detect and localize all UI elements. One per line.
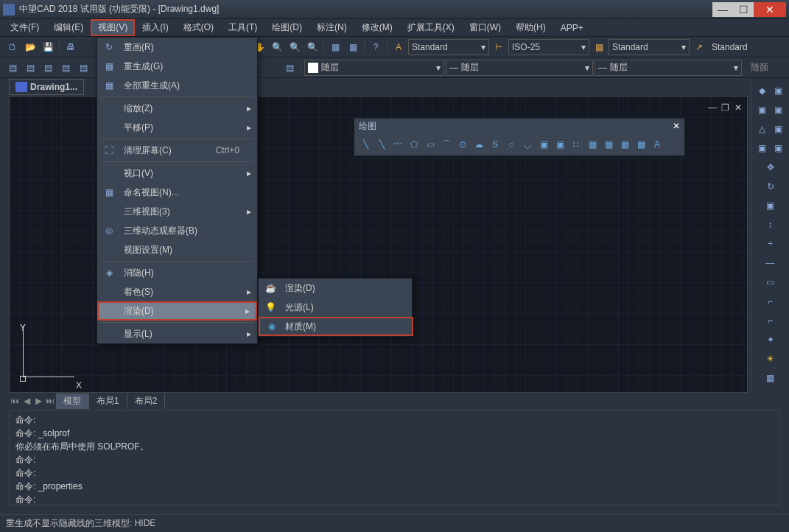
tool-5-icon[interactable]: △ (755, 122, 770, 136)
menu-pan[interactable]: 平移(P)▸ (97, 118, 257, 137)
menu-regenall[interactable]: ▦全部重生成(A) (97, 76, 257, 95)
tool-rotate-icon[interactable]: ↻ (763, 179, 778, 194)
menu-modify[interactable]: 修改(M) (354, 19, 400, 36)
hatch-icon[interactable]: ▦ (586, 138, 599, 151)
menu-format[interactable]: 格式(O) (176, 19, 221, 36)
spline-icon[interactable]: S (488, 138, 502, 151)
zoom-window-icon[interactable]: 🔍 (304, 39, 320, 55)
menu-tools[interactable]: 工具(T) (221, 19, 264, 36)
tool-fillet-icon[interactable]: ⌐ (763, 294, 778, 309)
color-combo[interactable]: 随层 ▾ (304, 60, 444, 76)
tool-move-icon[interactable]: ✥ (763, 160, 778, 175)
tool-4-icon[interactable]: ▣ (771, 102, 786, 117)
menu-help[interactable]: 帮助(H) (508, 19, 553, 36)
print-icon[interactable]: 🖶 (63, 39, 79, 55)
menu-viewset[interactable]: 视图设置(M) (97, 240, 257, 259)
minimize-button[interactable]: — (712, 2, 733, 17)
menu-viewport[interactable]: 视口(V)▸ (97, 164, 257, 183)
open-icon[interactable]: 📂 (22, 39, 38, 55)
doc-tab[interactable]: Drawing1... (9, 79, 84, 95)
design-center-icon[interactable]: ▦ (345, 39, 361, 55)
linetype-combo[interactable]: — 随层 ▾ (446, 60, 593, 76)
layer-icon[interactable]: ▤ (4, 60, 21, 76)
mdi-close-button[interactable]: ✕ (734, 102, 745, 113)
polyline-icon[interactable]: 〰 (391, 138, 404, 151)
dimstyle-icon[interactable]: ⊢ (491, 39, 507, 55)
help-icon[interactable]: ? (368, 39, 384, 55)
tablestyle-combo[interactable]: Standard ▾ (609, 39, 690, 55)
ellipse-arc-icon[interactable]: ◡ (521, 138, 534, 151)
tool-break-icon[interactable]: ▭ (763, 275, 778, 290)
float-panel-close-icon[interactable]: ✕ (673, 121, 680, 131)
save-icon[interactable]: 💾 (40, 39, 56, 55)
tool-6-icon[interactable]: ▣ (771, 122, 786, 136)
tool-shade-icon[interactable]: ▦ (763, 371, 778, 385)
menu-orbit3d[interactable]: ◎三维动态观察器(B) (97, 221, 257, 240)
layer-state-icon[interactable]: ▤ (281, 60, 298, 76)
polygon-icon[interactable]: ⬠ (407, 138, 421, 151)
dimstyle-combo[interactable]: ISO-25 ▾ (508, 39, 589, 55)
gradient-icon[interactable]: ▦ (602, 138, 615, 151)
region-icon[interactable]: ▦ (618, 138, 631, 151)
layer2-icon[interactable]: ▤ (22, 60, 38, 76)
layer4-icon[interactable]: ▤ (57, 60, 74, 76)
table-icon[interactable]: ▦ (634, 138, 648, 151)
menu-express[interactable]: 扩展工具(X) (400, 19, 462, 36)
mdi-minimize-button[interactable]: — (708, 102, 718, 113)
float-panel-header[interactable]: 绘图 ✕ (354, 119, 684, 133)
tool-explode-icon[interactable]: ✦ (763, 332, 778, 347)
tool-scale-icon[interactable]: ▣ (763, 198, 778, 213)
layout-first-icon[interactable]: ⏮ (9, 395, 21, 407)
layout-next-icon[interactable]: ▶ (32, 395, 44, 407)
rectangle-icon[interactable]: ▭ (424, 138, 437, 151)
layout-last-icon[interactable]: ⏭ (44, 395, 56, 407)
lineweight-combo[interactable]: — 随层 ▾ (595, 60, 742, 76)
insert-block-icon[interactable]: ▣ (537, 138, 550, 151)
zoom-icon[interactable]: 🔍 (269, 39, 285, 55)
tool-trim-icon[interactable]: ÷ (763, 237, 778, 251)
arc-icon[interactable]: ⌒ (440, 138, 453, 151)
command-panel[interactable]: 命令: 命令: _solprof 你必须在布局中使用 SOLPROF。 命令: … (9, 410, 780, 505)
menu-insert[interactable]: 插入(I) (135, 19, 175, 36)
properties-icon[interactable]: ▦ (327, 39, 343, 55)
menu-app[interactable]: APP+ (553, 19, 591, 36)
tab-layout2[interactable]: 布局2 (127, 393, 166, 409)
circle-icon[interactable]: ⊙ (456, 138, 469, 151)
point-icon[interactable]: ∷ (569, 138, 583, 151)
menu-file[interactable]: 文件(F) (3, 19, 46, 36)
textstyle-icon[interactable]: A (390, 39, 407, 55)
tab-model[interactable]: 模型 (56, 393, 89, 409)
tool-sun-icon[interactable]: ☀ (763, 351, 778, 366)
tablestyle-icon[interactable]: ▦ (591, 39, 607, 55)
line-icon[interactable]: ╲ (359, 138, 372, 151)
menu-display[interactable]: 显示(L)▸ (97, 324, 257, 343)
menu-draw[interactable]: 绘图(D) (264, 19, 309, 36)
menu-render[interactable]: 渲染(D)▸ (97, 301, 257, 321)
menu-window[interactable]: 窗口(W) (462, 19, 508, 36)
textstyle-combo[interactable]: Standard ▾ (408, 39, 489, 55)
tool-extend-icon[interactable]: — (763, 256, 778, 270)
menu-namedview[interactable]: ▦命名视图(N)... (97, 183, 257, 202)
layer3-icon[interactable]: ▤ (40, 60, 56, 76)
layout-prev-icon[interactable]: ◀ (21, 395, 32, 407)
mleaderstyle-icon[interactable]: ↗ (691, 39, 707, 55)
tool-8-icon[interactable]: ▣ (771, 141, 786, 155)
close-button[interactable]: ✕ (754, 2, 786, 17)
menu-zoom[interactable]: 缩放(Z)▸ (97, 99, 257, 118)
text-icon[interactable]: A (651, 138, 664, 151)
tool-stretch-icon[interactable]: ↕ (763, 217, 778, 232)
layer5-icon[interactable]: ▤ (75, 60, 91, 76)
menu-shade[interactable]: 着色(S)▸ (97, 282, 257, 301)
tool-7-icon[interactable]: ▣ (755, 141, 770, 155)
menu-view[interactable]: 视图(V) (91, 19, 135, 36)
tab-layout1[interactable]: 布局1 (89, 393, 127, 409)
draw-float-panel[interactable]: 绘图 ✕ ╲ ╲ 〰 ⬠ ▭ ⌒ ⊙ ☁ S ○ ◡ ▣ ▣ ∷ ▦ ▦ ▦ ▦… (354, 118, 685, 156)
tool-chamfer-icon[interactable]: ⌐ (763, 313, 778, 328)
submenu-material[interactable]: ◉材质(M) (259, 317, 413, 336)
tool-1-icon[interactable]: ◆ (755, 83, 770, 98)
menu-regen[interactable]: ▦重生成(G) (97, 57, 257, 76)
make-block-icon[interactable]: ▣ (553, 138, 567, 151)
menu-edit[interactable]: 编辑(E) (46, 19, 91, 36)
zoom-prev-icon[interactable]: 🔍 (287, 39, 303, 55)
new-icon[interactable]: 🗋 (4, 39, 21, 55)
